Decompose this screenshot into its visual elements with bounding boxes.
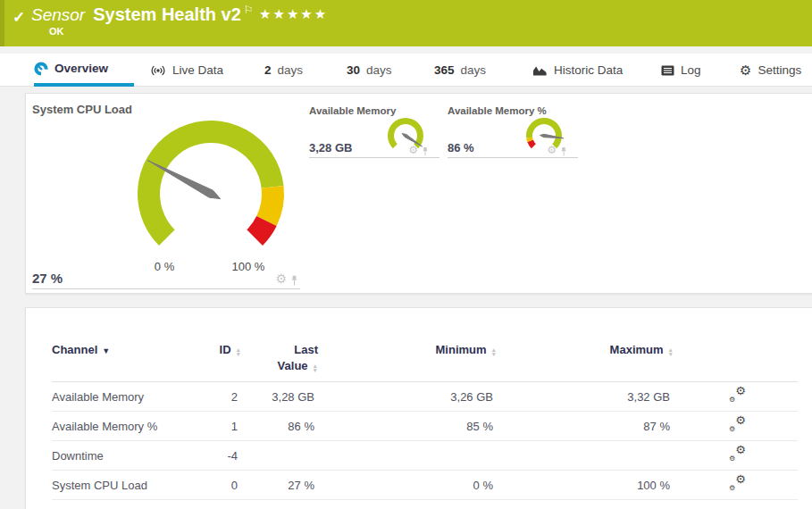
column-header-actions [674,340,798,382]
tab-number: 365 [434,63,455,77]
channel-last-value [241,441,318,471]
gauge-tile-available-memory: Available Memory 3,28 GB [309,105,439,158]
channel-minimum: 0 % [318,471,497,500]
tab-bar: OverviewLive Data2days30days365daysHisto… [0,54,812,87]
tab-30-days[interactable]: 30days [347,54,406,87]
tile-actions [408,142,429,156]
tab-historic-data[interactable]: Historic Data [532,54,631,87]
gauge-title: System CPU Load [32,103,300,116]
gauge-title: Available Memory [309,105,439,116]
channel-id: -4 [213,441,241,471]
channels-table: Channel▼ ID Last Value Minimum Maximum [52,340,798,500]
channel-last-value: 27 % [241,471,318,500]
sort-desc-icon: ▼ [102,346,110,355]
tab-log[interactable]: Log [661,54,709,87]
gauges-panel: System CPU Load 0 % 100 % 27 % Available… [25,93,812,294]
tile-gear-icon[interactable] [547,142,557,156]
gauge-current-value: 27 % [32,271,63,286]
channel-name[interactable]: Available Memory % [52,412,213,441]
gauge-min-label: 0 % [146,260,182,273]
channel-minimum: 85 % [318,412,497,441]
channel-name[interactable]: System CPU Load [52,471,213,500]
column-header-maximum[interactable]: Maximum [497,340,674,382]
tab-label: Settings [758,63,801,77]
gauge-icon [34,62,48,76]
channel-settings-icon[interactable] [729,476,746,491]
live-icon [150,64,166,77]
tile-gear-icon[interactable] [408,142,418,156]
sort-icon [668,347,674,356]
tile-gear-icon[interactable] [275,271,287,286]
channel-settings-icon[interactable] [729,417,746,432]
flag-icon[interactable] [244,4,254,16]
gauge-tile-system-cpu-load: System CPU Load 0 % 100 % 27 % [32,103,300,289]
table-row: Downtime-4 [52,441,798,471]
column-header-channel[interactable]: Channel▼ [52,340,213,382]
object-kind-label: Sensor [31,5,85,25]
sensor-status-header: ✓ Sensor System Health v2 ★★★★★ OK [0,0,812,46]
priority-stars[interactable]: ★★★★★ [259,6,328,22]
sensor-title: System Health v2 [93,4,241,25]
gauge-tile-available-memory-pct: Available Memory % 86 % [448,105,578,158]
tab-settings[interactable]: ⚙Settings [740,54,811,87]
tile-actions [547,142,567,156]
channel-minimum [318,441,497,471]
column-header-last-value[interactable]: Last Value [241,340,318,382]
channel-name[interactable]: Available Memory [52,382,213,412]
channel-last-value: 86 % [241,412,318,441]
sort-icon [236,347,241,356]
channel-settings-icon[interactable] [729,388,746,403]
table-row: Available Memory %186 %85 %87 % [52,412,798,441]
channel-minimum: 3,26 GB [318,382,497,412]
tab-label: Overview [54,62,108,75]
tab-live-data[interactable]: Live Data [150,54,238,87]
sensor-status-text: OK [49,26,64,37]
channel-maximum: 100 % [497,471,674,500]
gauge-current-value: 86 % [448,141,474,154]
table-row: System CPU Load027 %0 %100 % [52,471,798,500]
tab-number: 30 [347,63,360,77]
channel-last-value: 3,28 GB [241,382,318,412]
pin-icon[interactable] [290,275,298,286]
channel-maximum [497,441,674,471]
pin-icon[interactable] [422,146,429,156]
log-icon [661,65,674,76]
tab-365-days[interactable]: 365days [434,54,504,87]
gear-icon: ⚙ [740,63,751,77]
gauge-current-value: 3,28 GB [309,141,352,154]
gauge-title: Available Memory % [448,105,578,116]
pin-icon[interactable] [560,146,567,156]
tab-label: days [366,63,392,77]
channel-id: 1 [213,412,241,441]
sort-icon [313,363,318,372]
tab-label: Live Data [172,63,223,77]
tab-2-days[interactable]: 2days [264,54,314,87]
cpu-load-gauge-chart [135,119,287,251]
column-header-minimum[interactable]: Minimum [318,340,497,382]
channels-panel: Channel▼ ID Last Value Minimum Maximum [25,307,812,509]
chart-icon [532,64,548,76]
tile-actions [275,271,298,286]
table-row: Available Memory23,28 GB3,26 GB3,32 GB [52,382,798,412]
channel-id: 0 [213,471,241,500]
tab-label: days [278,63,304,77]
tab-overview[interactable]: Overview [34,54,134,87]
sort-icon [491,347,497,356]
tab-label: Historic Data [554,63,623,77]
tab-label: days [461,63,487,77]
column-header-id[interactable]: ID [213,340,241,382]
tab-label: Log [681,63,701,77]
channel-name[interactable]: Downtime [52,441,213,471]
channel-maximum: 3,32 GB [497,382,674,412]
gauge-max-label: 100 % [225,260,272,273]
channel-settings-icon[interactable] [729,446,746,462]
status-ok-check-icon: ✓ [13,8,25,27]
tab-number: 2 [264,63,272,77]
channel-maximum: 87 % [497,412,674,441]
channel-id: 2 [213,382,241,412]
